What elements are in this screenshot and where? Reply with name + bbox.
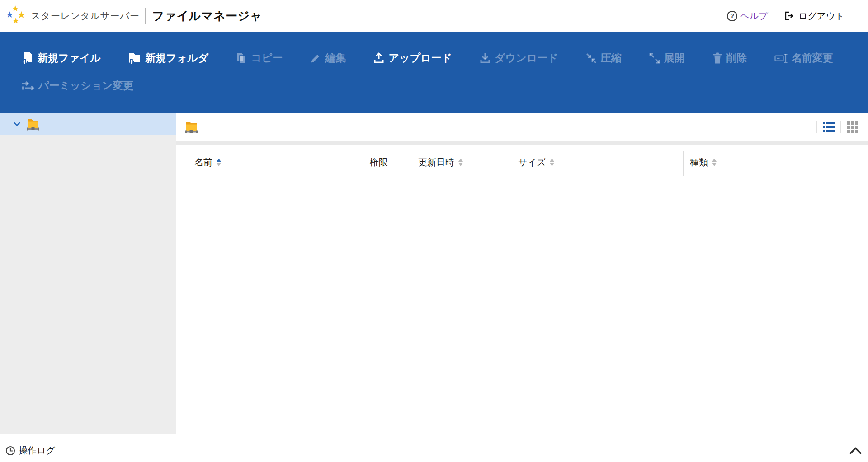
- copy-button: コピー: [236, 51, 283, 65]
- sort-icon: [550, 159, 554, 166]
- view-toggle-divider: [840, 121, 841, 133]
- copy-icon: [236, 52, 247, 65]
- column-header-modified[interactable]: 更新日時: [418, 156, 463, 168]
- folder-tree-sidebar: [0, 113, 176, 434]
- rename-button: 名前変更: [774, 51, 833, 65]
- column-divider: [409, 151, 409, 176]
- file-list-panel: 名前 権限 更新日時 サイズ 種類: [176, 113, 868, 434]
- file-table-header: 名前 権限 更新日時 サイズ 種類: [176, 145, 868, 177]
- new-file-button[interactable]: 新規ファイル: [21, 51, 101, 65]
- brand-logo-icon: ★ ★ ★ ★: [6, 4, 28, 28]
- column-header-permission: 権限: [370, 156, 388, 168]
- operation-log-bar: 操作ログ: [0, 439, 868, 462]
- new-folder-icon: [128, 51, 142, 65]
- grid-view-icon: [847, 121, 858, 133]
- help-icon: ?: [727, 11, 737, 21]
- trash-icon: [712, 52, 723, 64]
- tree-root-folder[interactable]: [0, 113, 176, 135]
- sort-icon: [458, 159, 463, 166]
- column-label: 種類: [690, 156, 708, 168]
- file-list-empty-area: [176, 177, 868, 434]
- column-header-name[interactable]: 名前: [194, 156, 221, 168]
- change-permission-label: パーミッション変更: [38, 79, 133, 93]
- extract-label: 展開: [664, 51, 685, 65]
- sort-icon: [217, 159, 221, 166]
- new-folder-button[interactable]: 新規フォルダ: [128, 51, 208, 65]
- new-folder-label: 新規フォルダ: [145, 51, 208, 65]
- compress-icon: [585, 52, 597, 64]
- column-divider: [511, 151, 511, 176]
- clock-icon: [5, 446, 15, 456]
- column-divider: [683, 151, 684, 176]
- star-icon: ★: [12, 17, 19, 25]
- rename-label: 名前変更: [792, 51, 833, 65]
- extract-icon: [649, 52, 660, 64]
- chevron-down-icon[interactable]: [14, 122, 20, 126]
- current-folder-icon[interactable]: [184, 121, 198, 133]
- operation-log-label: 操作ログ: [19, 444, 55, 457]
- footer-gap: [0, 434, 868, 439]
- column-label: 権限: [370, 156, 388, 168]
- app-header: ★ ★ ★ ★ スターレンタルサーバー ファイルマネージャ ? ヘルプ ログアウ…: [0, 0, 868, 32]
- delete-label: 削除: [726, 51, 747, 65]
- edit-label: 編集: [325, 51, 346, 65]
- column-divider: [362, 151, 362, 176]
- download-button: ダウンロード: [479, 51, 558, 65]
- help-link[interactable]: ? ヘルプ: [727, 10, 768, 22]
- upload-icon: [373, 52, 385, 65]
- extract-button: 展開: [649, 51, 685, 65]
- brand-name: スターレンタルサーバー: [31, 9, 139, 22]
- page-title: ファイルマネージャ: [152, 8, 262, 24]
- rename-icon: [774, 52, 788, 64]
- column-label: サイズ: [518, 156, 546, 168]
- breadcrumb: [176, 113, 868, 141]
- logout-button[interactable]: ログアウト: [783, 10, 844, 22]
- upload-label: アップロード: [388, 51, 452, 65]
- help-label: ヘルプ: [740, 10, 768, 22]
- toolbar: 新規ファイル 新規フォルダ コピー 編集: [0, 32, 868, 113]
- logout-label: ログアウト: [798, 10, 844, 22]
- grid-view-button[interactable]: [847, 121, 858, 133]
- expand-log-button[interactable]: [849, 447, 862, 454]
- change-permission-button: パーミッション変更: [21, 79, 133, 93]
- sort-icon: [712, 159, 717, 166]
- panel-divider: [176, 141, 868, 145]
- view-toggle-divider: [816, 121, 817, 133]
- list-view-button[interactable]: [823, 122, 835, 132]
- column-header-type[interactable]: 種類: [690, 156, 717, 168]
- download-label: ダウンロード: [495, 51, 558, 65]
- chevron-up-icon: [849, 447, 862, 454]
- new-file-icon: [21, 51, 34, 65]
- delete-button: 削除: [712, 51, 747, 65]
- copy-label: コピー: [251, 51, 283, 65]
- network-folder-icon: [26, 118, 40, 131]
- edit-icon: [310, 52, 321, 64]
- logout-icon: [783, 10, 794, 21]
- permission-icon: [21, 80, 35, 92]
- download-icon: [479, 52, 491, 65]
- header-divider: [145, 8, 146, 24]
- list-view-icon: [823, 122, 835, 132]
- upload-button[interactable]: アップロード: [373, 51, 452, 65]
- compress-button: 圧縮: [585, 51, 622, 65]
- column-label: 名前: [194, 156, 212, 168]
- compress-label: 圧縮: [601, 51, 622, 65]
- column-label: 更新日時: [418, 156, 454, 168]
- edit-button: 編集: [310, 51, 346, 65]
- new-file-label: 新規ファイル: [38, 51, 101, 65]
- column-header-size[interactable]: サイズ: [518, 156, 554, 168]
